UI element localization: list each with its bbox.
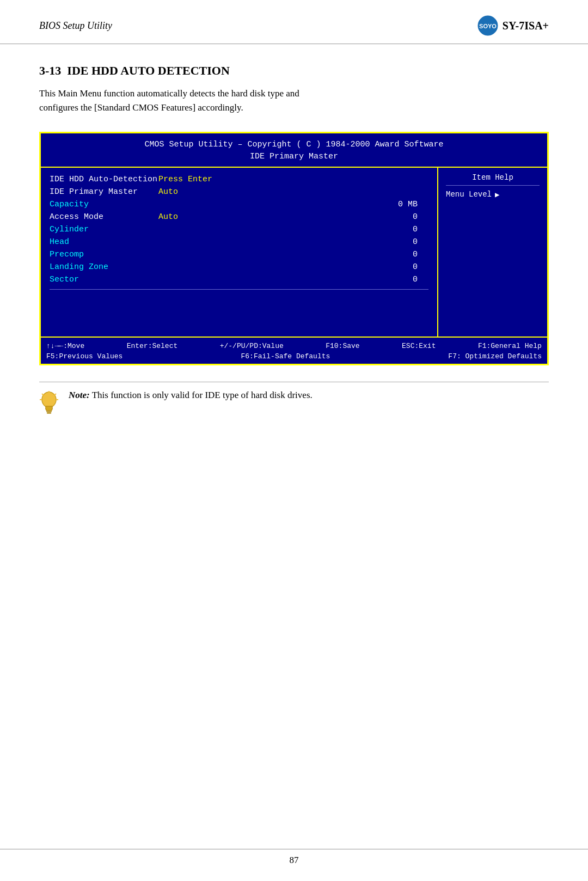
page-footer: 87 [0,849,588,866]
svg-line-7 [54,394,56,395]
svg-text:SOYO: SOYO [479,23,497,29]
bios-footer-row2: F5:Previous Values F6:Fail-Safe Defaults… [46,351,542,362]
value-access-mode: Auto [158,212,178,222]
footer-move: ↑↓→←:Move [46,342,84,350]
footer-prev-values: F5:Previous Values [46,352,122,360]
label-cylinder: Cylinder [50,225,158,234]
label-head: Head [50,237,158,247]
value-cylinder: 0 [413,225,428,234]
note-bold: Note: [69,390,90,400]
footer-value: +/-/PU/PD:Value [220,342,284,350]
note-section: Note: This function is only valid for ID… [39,382,549,419]
page-content: 3-13 IDE HDD AUTO DETECTION This Main Me… [0,44,588,441]
footer-save: F10:Save [326,342,359,350]
row-cylinder: Cylinder 0 [50,223,428,236]
section-number: 3-13 [39,64,61,77]
bios-help-panel: Item Help Menu Level ▶ [438,168,547,337]
footer-general-help: F1:General Help [478,342,542,350]
label-access-mode: Access Mode [50,212,158,222]
label-ide-primary-master: IDE Primary Master [50,187,158,197]
label-ide-hdd-auto: IDE HDD Auto-Detection [50,175,158,184]
label-landing-zone: Landing Zone [50,262,158,272]
row-precomp: Precomp 0 [50,248,428,261]
bios-footer: ↑↓→←:Move Enter:Select +/-/PU/PD:Value F… [41,337,547,364]
value-ide-primary-master: Auto [158,187,178,197]
bios-body: IDE HDD Auto-Detection Press Enter IDE P… [41,167,547,337]
bios-title-line1: CMOS Setup Utility – Copyright ( C ) 198… [45,139,543,151]
value-landing-zone: 0 [413,262,428,272]
menu-level-label: Menu Level [446,190,492,199]
value-sector: 0 [413,275,428,284]
svg-rect-4 [47,412,51,414]
bios-divider [50,289,428,290]
label-capacity: Capacity [50,200,158,209]
footer-exit: ESC:Exit [402,342,436,350]
footer-failsafe: F6:Fail-Safe Defaults [241,352,330,360]
value-ide-hdd-auto: Press Enter [158,175,212,184]
note-text: Note: This function is only valid for ID… [69,388,313,402]
bios-main-panel: IDE HDD Auto-Detection Press Enter IDE P… [41,168,438,337]
section-title: 3-13 IDE HDD AUTO DETECTION [39,64,549,78]
bios-title-line2: IDE Primary Master [45,151,543,163]
row-head: Head 0 [50,236,428,248]
row-landing-zone: Landing Zone 0 [50,261,428,273]
value-access-zero: 0 [413,212,428,222]
note-body: This function is only valid for IDE type… [90,390,313,400]
row-access-mode: Access Mode Auto 0 [50,211,428,223]
brand-name: SY-7ISA+ [503,20,549,32]
value-head: 0 [413,237,428,247]
header-title: BIOS Setup Utility [39,20,112,32]
value-capacity: 0 MB [398,200,428,209]
menu-level: Menu Level ▶ [446,190,540,199]
section-description: This Main Menu function automatically de… [39,87,549,115]
row-ide-hdd-auto: IDE HDD Auto-Detection Press Enter [50,173,428,186]
value-precomp: 0 [413,250,428,259]
desc-line2: configures the [Standard CMOS Features] … [39,102,243,113]
label-sector: Sector [50,275,158,284]
lightbulb-icon [39,390,59,419]
page-header: BIOS Setup Utility SOYO SY-7ISA+ [0,0,588,44]
bios-title-bar: CMOS Setup Utility – Copyright ( C ) 198… [41,133,547,167]
menu-level-arrow: ▶ [495,190,499,199]
row-capacity: Capacity 0 MB [50,198,428,211]
item-help-title: Item Help [446,173,540,186]
label-precomp: Precomp [50,250,158,259]
desc-line1: This Main Menu function automatically de… [39,88,299,99]
footer-optimized: F7: Optimized Defaults [448,352,542,360]
bios-footer-row1: ↑↓→←:Move Enter:Select +/-/PU/PD:Value F… [46,341,542,351]
bios-screen: CMOS Setup Utility – Copyright ( C ) 198… [39,132,549,365]
soyo-logo-icon: SOYO [477,15,498,36]
section-heading: IDE HDD AUTO DETECTION [67,64,230,77]
svg-line-6 [42,394,44,395]
header-brand: SOYO SY-7ISA+ [477,15,549,36]
footer-select: Enter:Select [127,342,178,350]
svg-rect-3 [46,411,52,412]
row-sector: Sector 0 [50,273,428,286]
row-ide-primary-master: IDE Primary Master Auto [50,186,428,198]
page-number: 87 [290,855,299,865]
svg-point-2 [42,392,56,407]
